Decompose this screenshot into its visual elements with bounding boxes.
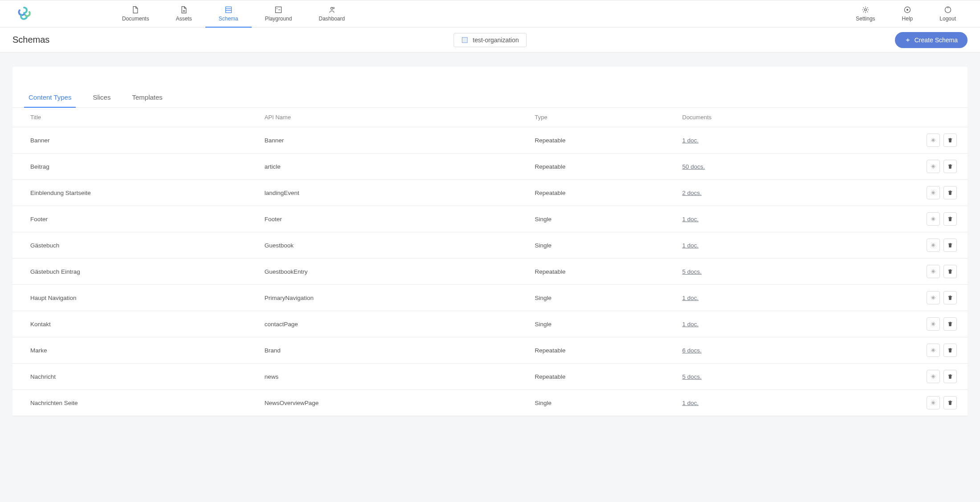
gear-icon <box>930 295 936 301</box>
table-row[interactable]: Marke Brand Repeatable 6 docs. <box>12 337 968 364</box>
row-api-name: Brand <box>265 347 535 354</box>
row-docs-link[interactable]: 1 doc. <box>682 137 699 144</box>
nav-logout[interactable]: Logout <box>926 0 969 27</box>
trash-icon <box>947 163 953 170</box>
row-docs-link[interactable]: 1 doc. <box>682 216 699 223</box>
row-api-name: contactPage <box>265 321 535 328</box>
nav-help[interactable]: Help <box>889 0 927 27</box>
subheader: Schemas test-organization Create Schema <box>0 28 980 53</box>
row-settings-button[interactable] <box>927 186 940 199</box>
row-delete-button[interactable] <box>943 370 957 383</box>
row-delete-button[interactable] <box>943 291 957 304</box>
row-settings-button[interactable] <box>927 160 940 173</box>
table-row[interactable]: Gästebuch Guestbook Single 1 doc. <box>12 232 968 259</box>
row-delete-button[interactable] <box>943 186 957 199</box>
table-row[interactable]: Haupt Navigation PrimaryNavigation Singl… <box>12 285 968 311</box>
table-row[interactable]: Beitrag article Repeatable 50 docs. <box>12 154 968 180</box>
table-row[interactable]: Footer Footer Single 1 doc. <box>12 206 968 232</box>
panel-tabs: Content Types Slices Templates <box>12 88 968 108</box>
row-delete-button[interactable] <box>943 160 957 173</box>
table-row[interactable]: Einblendung Startseite landingEvent Repe… <box>12 180 968 206</box>
logout-icon <box>944 6 952 14</box>
table-row[interactable]: Nachrichten Seite NewsOverviewPage Singl… <box>12 390 968 416</box>
document-icon <box>131 6 139 14</box>
gear-icon <box>930 137 936 143</box>
tab-content-types[interactable]: Content Types <box>29 88 71 107</box>
user-icon <box>328 6 336 14</box>
th-api: API Name <box>265 114 535 121</box>
nav-schema[interactable]: Schema <box>205 0 252 27</box>
table-row[interactable]: Banner Banner Repeatable 1 doc. <box>12 127 968 154</box>
row-docs-link[interactable]: 1 doc. <box>682 295 699 301</box>
app-logo[interactable] <box>11 4 37 24</box>
row-delete-button[interactable] <box>943 212 957 226</box>
row-docs-link[interactable]: 5 docs. <box>682 373 702 380</box>
row-settings-button[interactable] <box>927 344 940 357</box>
nav-assets[interactable]: Assets <box>163 0 205 27</box>
row-delete-button[interactable] <box>943 317 957 331</box>
tab-slices[interactable]: Slices <box>93 88 110 107</box>
nav-label: Help <box>902 16 913 22</box>
table-row[interactable]: Kontakt contactPage Single 1 doc. <box>12 311 968 337</box>
nav-dashboard[interactable]: Dashboard <box>305 0 358 27</box>
th-docs: Documents <box>682 114 904 121</box>
row-delete-button[interactable] <box>943 344 957 357</box>
row-api-name: landingEvent <box>265 190 535 196</box>
plus-icon <box>905 37 911 43</box>
row-settings-button[interactable] <box>927 396 940 409</box>
row-delete-button[interactable] <box>943 239 957 252</box>
nav-settings[interactable]: Settings <box>842 0 888 27</box>
row-type: Repeatable <box>535 190 682 196</box>
trash-icon <box>947 400 953 406</box>
trash-icon <box>947 268 953 275</box>
org-icon <box>461 36 468 44</box>
row-delete-button[interactable] <box>943 396 957 409</box>
gear-icon <box>930 400 936 406</box>
th-title: Title <box>19 114 265 121</box>
row-settings-button[interactable] <box>927 291 940 304</box>
row-api-name: GuestbookEntry <box>265 268 535 275</box>
nav-label: Logout <box>939 16 956 22</box>
create-schema-button[interactable]: Create Schema <box>895 32 968 48</box>
row-docs-link[interactable]: 5 docs. <box>682 268 702 275</box>
row-docs-link[interactable]: 1 doc. <box>682 321 699 328</box>
row-settings-button[interactable] <box>927 317 940 331</box>
row-settings-button[interactable] <box>927 370 940 383</box>
row-api-name: Banner <box>265 137 535 144</box>
row-title: Nachricht <box>19 373 265 380</box>
row-docs-link[interactable]: 50 docs. <box>682 163 705 170</box>
nav-documents[interactable]: Documents <box>109 0 163 27</box>
nav-label: Assets <box>176 16 192 22</box>
row-docs-link[interactable]: 1 doc. <box>682 242 699 249</box>
table-row[interactable]: Gästebuch Eintrag GuestbookEntry Repeata… <box>12 259 968 285</box>
row-type: Single <box>535 321 682 328</box>
table-row[interactable]: Nachricht news Repeatable 5 docs. <box>12 364 968 390</box>
help-icon <box>903 6 911 14</box>
row-delete-button[interactable] <box>943 134 957 147</box>
file-icon <box>180 6 188 14</box>
row-type: Single <box>535 216 682 223</box>
nav-playground[interactable]: Playground <box>252 0 306 27</box>
row-delete-button[interactable] <box>943 265 957 278</box>
row-type: Repeatable <box>535 268 682 275</box>
row-settings-button[interactable] <box>927 239 940 252</box>
gear-icon <box>930 190 936 196</box>
schema-icon <box>225 6 233 14</box>
row-type: Repeatable <box>535 373 682 380</box>
row-settings-button[interactable] <box>927 265 940 278</box>
row-title: Banner <box>19 137 265 144</box>
row-settings-button[interactable] <box>927 212 940 226</box>
gear-icon <box>930 373 936 380</box>
row-docs-link[interactable]: 2 docs. <box>682 190 702 196</box>
trash-icon <box>947 347 953 353</box>
create-label: Create Schema <box>915 36 958 44</box>
nav-label: Settings <box>856 16 875 22</box>
org-selector[interactable]: test-organization <box>453 33 527 47</box>
nav-label: Schema <box>219 16 238 22</box>
row-settings-button[interactable] <box>927 134 940 147</box>
row-docs-link[interactable]: 1 doc. <box>682 400 699 406</box>
row-type: Single <box>535 242 682 249</box>
tab-templates[interactable]: Templates <box>132 88 162 107</box>
main-wrap: Content Types Slices Templates Title API… <box>0 53 980 502</box>
row-docs-link[interactable]: 6 docs. <box>682 347 702 354</box>
